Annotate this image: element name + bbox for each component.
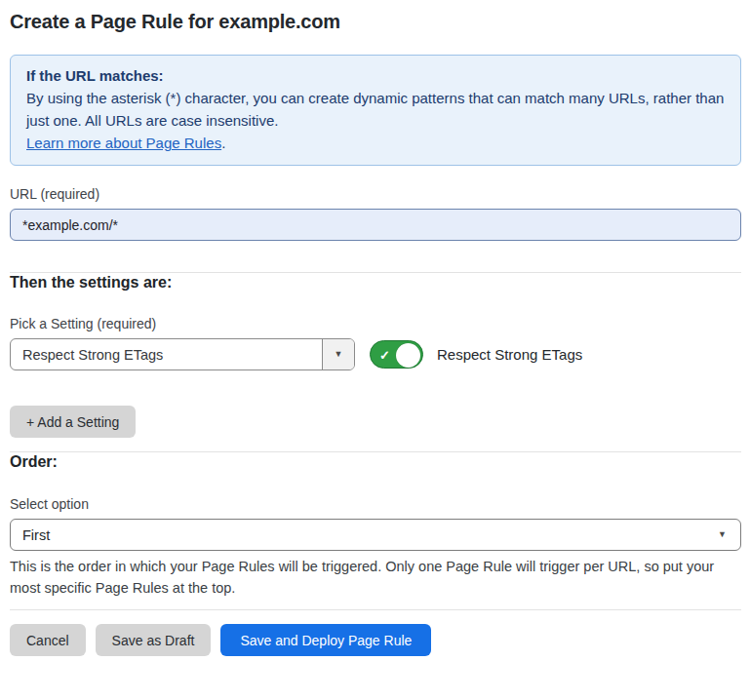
chevron-down-icon: ▼	[335, 350, 343, 359]
page-title: Create a Page Rule for example.com	[10, 10, 741, 33]
toggle-knob	[396, 343, 420, 368]
cancel-button[interactable]: Cancel	[10, 624, 86, 656]
setting-select[interactable]: Respect Strong ETags ▼	[10, 338, 355, 370]
toggle-label: Respect Strong ETags	[437, 346, 582, 363]
chevron-down-icon: ▼	[718, 530, 727, 539]
section-divider	[10, 609, 741, 610]
respect-strong-etags-toggle[interactable]: ✓	[370, 340, 423, 369]
order-select[interactable]: First ▼	[10, 519, 741, 551]
url-match-info-box: If the URL matches: By using the asteris…	[10, 55, 741, 166]
setting-row: Respect Strong ETags ▼ ✓ Respect Strong …	[10, 338, 741, 370]
toggle-group: ✓ Respect Strong ETags	[370, 340, 582, 369]
save-deploy-button[interactable]: Save and Deploy Page Rule	[220, 624, 431, 656]
link-suffix-text: .	[221, 135, 225, 151]
pick-setting-label: Pick a Setting (required)	[10, 316, 741, 332]
setting-select-value: Respect Strong ETags	[11, 339, 322, 369]
url-label: URL (required)	[10, 186, 741, 203]
settings-heading: Then the settings are:	[10, 273, 741, 292]
save-draft-button[interactable]: Save as Draft	[96, 624, 212, 656]
create-page-rule-form: Create a Page Rule for example.com If th…	[0, 0, 750, 672]
order-heading: Order:	[10, 452, 741, 472]
info-box-link-line: Learn more about Page Rules.	[26, 132, 725, 154]
learn-more-link[interactable]: Learn more about Page Rules	[26, 135, 221, 151]
add-setting-button[interactable]: + Add a Setting	[10, 406, 136, 438]
setting-select-arrow-button[interactable]: ▼	[322, 339, 354, 369]
order-select-value: First	[22, 527, 50, 543]
order-description: This is the order in which your Page Rul…	[10, 556, 741, 599]
info-box-body: By using the asterisk (*) character, you…	[26, 87, 725, 132]
info-box-heading: If the URL matches:	[26, 64, 725, 87]
url-input[interactable]	[10, 209, 741, 241]
footer-actions: Cancel Save as Draft Save and Deploy Pag…	[10, 624, 741, 656]
select-option-label: Select option	[10, 496, 741, 513]
check-icon: ✓	[379, 348, 390, 361]
